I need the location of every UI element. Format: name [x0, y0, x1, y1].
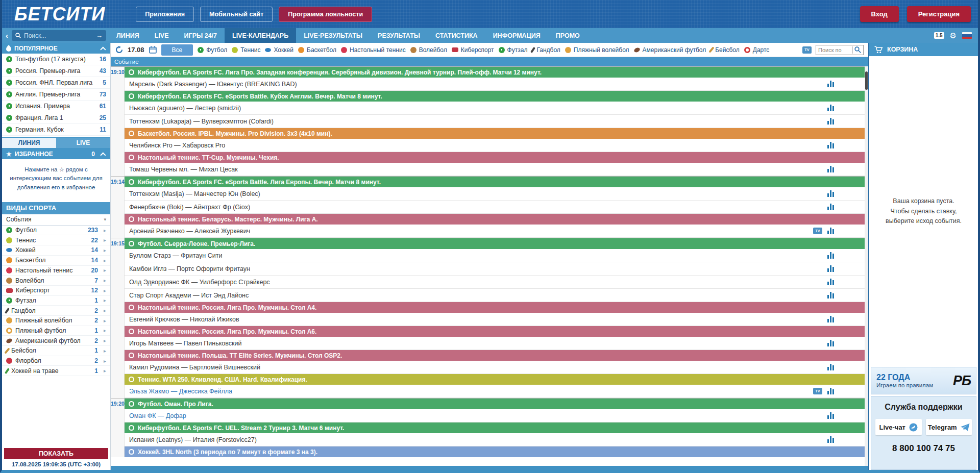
statistics-icon[interactable] [827, 81, 834, 87]
match-cell[interactable]: Тоттенхэм (Maslja) — Манчестер Юн (Bolec… [125, 187, 868, 201]
sidebar-sport-item[interactable]: Теннис22▸ [2, 235, 110, 245]
sport-chip[interactable]: Американский футбол [634, 46, 706, 54]
scrollbar-thumb[interactable] [865, 71, 868, 90]
match-cell[interactable]: Буллом Старз — Фритаун Сити [125, 249, 868, 262]
statistics-icon[interactable] [827, 252, 834, 259]
nav-tab-игры 24/7[interactable]: ИГРЫ 24/7 [177, 28, 225, 43]
sidebar-sport-item[interactable]: Бейсбол1▸ [2, 346, 110, 356]
statistics-icon[interactable] [827, 265, 834, 272]
promo-banner[interactable]: 22 ГОДА Играем по правилам РБ [871, 367, 976, 394]
sidebar-sport-item[interactable]: Волейбол7▸ [2, 276, 110, 286]
sport-chip[interactable]: Настольный теннис [341, 46, 406, 54]
register-button[interactable]: Регистрация [907, 6, 971, 22]
sport-chip[interactable]: Дартс [744, 46, 770, 54]
refresh-icon[interactable] [115, 46, 123, 54]
statistics-icon[interactable] [827, 190, 834, 197]
sport-chip[interactable]: Теннис [232, 46, 260, 54]
statistics-icon[interactable] [827, 364, 834, 370]
sport-chip[interactable]: Хоккей [265, 46, 293, 54]
statistics-icon[interactable] [827, 166, 834, 172]
russian-flag-icon[interactable] [962, 32, 972, 39]
sidebar-sport-item[interactable]: Киберспорт12▸ [2, 286, 110, 296]
statistics-icon[interactable] [827, 105, 834, 111]
scrollbar-track[interactable] [865, 66, 868, 466]
match-cell[interactable]: Камбои Иглз — Портс Офорити Фритаун [125, 262, 868, 276]
match-cell[interactable]: Фенербахче (Boki) — Айнтрахт Фр (Giox) [125, 201, 868, 214]
match-cell[interactable]: Тоттенхэм (Lukapaja) — Вулверхэмптон (Co… [125, 115, 868, 128]
nav-tab-промо[interactable]: ПРОМО [548, 28, 587, 43]
sidebar-sport-item[interactable]: Гандбол2▸ [2, 306, 110, 316]
match-cell[interactable]: Арсений Ряжченко — Алексей ЖуркевичTV [125, 225, 868, 238]
show-button[interactable]: ПОКАЗАТЬ [4, 448, 108, 459]
popular-league-item[interactable]: Франция. Лига 125 [2, 112, 110, 124]
match-cell[interactable]: Испания (Leatnys) — Италия (Forstovicc27… [125, 433, 868, 446]
popular-league-item[interactable]: Испания. Примера61 [2, 101, 110, 112]
telegram-button[interactable]: Telegram [926, 419, 972, 435]
mobile-site-button[interactable]: Мобильный сайт [200, 7, 273, 22]
sidebar-sport-item[interactable]: Пляжный волейбол2▸ [2, 316, 110, 326]
statistics-icon[interactable] [827, 316, 834, 322]
statistics-icon[interactable] [827, 340, 834, 346]
statistics-icon[interactable] [827, 436, 834, 443]
match-cell[interactable]: Марсель (Dark Passenger) — Ювентус (BREA… [125, 78, 868, 91]
sidebar-sport-item[interactable]: Американский футбол2▸ [2, 336, 110, 346]
nav-tab-результаты[interactable]: РЕЗУЛЬТАТЫ [370, 28, 428, 43]
loyalty-program-button[interactable]: Программа лояльности [279, 7, 372, 22]
sidebar-sport-item[interactable]: Баскетбол14▸ [2, 256, 110, 266]
sport-chip[interactable]: Футзал [499, 46, 528, 54]
apps-button[interactable]: Приложения [136, 7, 194, 22]
statistics-icon[interactable] [827, 204, 834, 210]
odds-format-badge[interactable]: 1.5 [934, 32, 944, 39]
statistics-icon[interactable] [827, 228, 834, 234]
sidebar-sport-item[interactable]: Пляжный футбол1▸ [2, 326, 110, 336]
search-box[interactable]: → [12, 30, 106, 41]
statistics-icon[interactable] [827, 412, 834, 419]
live-chat-button[interactable]: Live-чат [875, 419, 922, 435]
sport-chip[interactable]: Баскетбол [298, 46, 336, 54]
gear-icon[interactable]: ⚙ [950, 32, 957, 39]
sidebar-sport-item[interactable]: Футзал1▸ [2, 296, 110, 306]
statistics-icon[interactable] [827, 142, 834, 148]
popular-league-item[interactable]: Россия. Премьер-лига43 [2, 65, 110, 77]
popular-league-item[interactable]: Топ-футбол (17 августа)16 [2, 54, 110, 65]
sidebar-sport-item[interactable]: Футбол233▸ [2, 226, 110, 236]
match-cell[interactable]: Игорь Матвеев — Павел Пиньковский [125, 337, 868, 350]
calendar-icon[interactable] [149, 46, 157, 54]
login-button[interactable]: Вход [860, 6, 899, 22]
match-cell[interactable]: Ньюкасл (aguuero) — Лестер (smidzii) [125, 102, 868, 115]
collapse-favorites-icon[interactable] [100, 152, 106, 158]
statistics-icon[interactable] [827, 279, 834, 285]
statistics-icon[interactable] [827, 118, 834, 125]
sidebar-sport-item[interactable]: Настольный теннис20▸ [2, 266, 110, 276]
nav-tab-информация[interactable]: ИНФОРМАЦИЯ [485, 28, 548, 43]
event-search-input[interactable] [818, 47, 849, 53]
nav-tab-линия[interactable]: ЛИНИЯ [109, 28, 147, 43]
match-cell[interactable]: Томаш Червены мл. — Михал Цесак [125, 163, 868, 176]
match-cell[interactable]: Стар Спорт Академи — Ист Энд Лайонс [125, 289, 868, 302]
sport-chip[interactable]: Футбол [198, 46, 227, 54]
sport-chip[interactable]: Волейбол [410, 46, 447, 54]
sport-chip[interactable]: Гандбол [532, 46, 560, 54]
sidebar-sport-item[interactable]: Хоккей14▸ [2, 245, 110, 256]
match-cell[interactable]: Евгений Крючков — Николай Ижиков [125, 313, 868, 326]
collapse-popular-icon[interactable] [100, 46, 106, 52]
events-select[interactable]: События ▾ [2, 214, 110, 226]
event-search-box[interactable] [816, 45, 864, 55]
sidebar-sport-item[interactable]: Флорбол2▸ [2, 356, 110, 366]
nav-tab-live-результаты[interactable]: LIVE-РЕЗУЛЬТАТЫ [296, 28, 370, 43]
match-cell[interactable]: Оман ФК — Дофар [125, 409, 868, 422]
match-cell[interactable]: Олд Эдвордианс ФК — Уилберфорс Страйкерс [125, 276, 868, 289]
search-input[interactable] [24, 32, 93, 39]
match-cell[interactable]: Челябинск Pro — Хабаровск Pro [125, 139, 868, 152]
tv-filter-icon[interactable]: TV [802, 46, 812, 54]
popular-league-item[interactable]: Германия. Кубок11 [2, 124, 110, 136]
tab-line[interactable]: ЛИНИЯ [2, 138, 56, 148]
chip-all-sports[interactable]: Все [161, 44, 193, 56]
sport-chip[interactable]: Бейсбол [710, 46, 740, 54]
nav-tab-live[interactable]: LIVE [147, 28, 177, 43]
statistics-icon[interactable] [827, 292, 834, 298]
popular-league-item[interactable]: Россия. ФНЛ. Первая лига5 [2, 77, 110, 89]
sport-chip[interactable]: Пляжный волейбол [565, 46, 629, 54]
tab-live[interactable]: LIVE [56, 138, 110, 148]
date-label[interactable]: 17.08 [128, 46, 144, 54]
